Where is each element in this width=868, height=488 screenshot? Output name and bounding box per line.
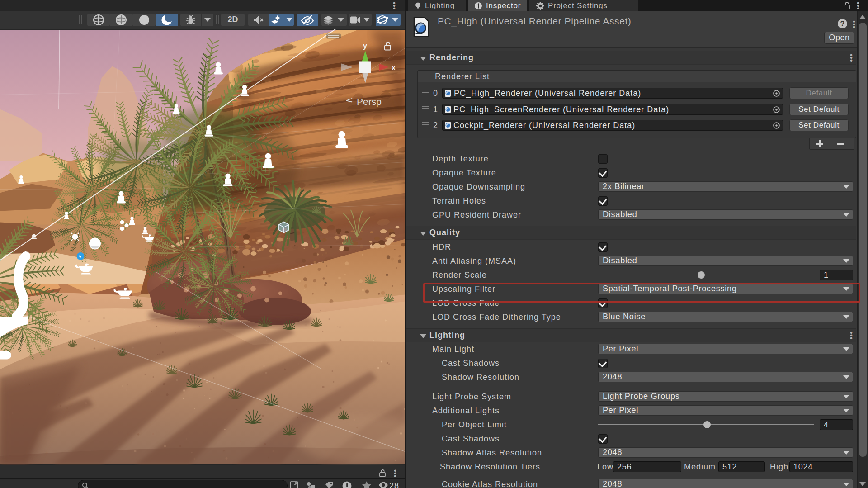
- svg-text:y: y: [363, 42, 367, 50]
- svg-text:x: x: [392, 64, 396, 71]
- svg-text:?: ?: [840, 20, 845, 28]
- svg-text:Persp: Persp: [357, 96, 382, 107]
